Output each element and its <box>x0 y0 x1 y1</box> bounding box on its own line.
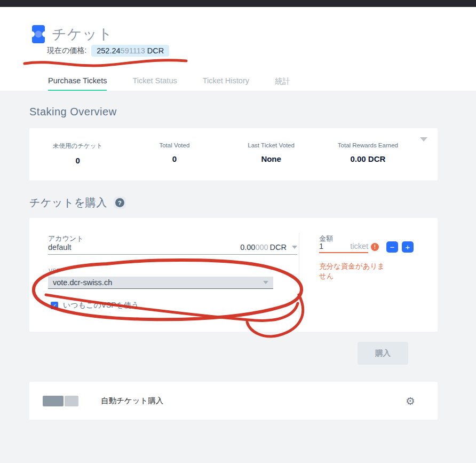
always-use-vsp-label: いつもこのVSPを使う <box>63 301 139 310</box>
stat-unspent-tickets: 未使用のチケット 0 <box>29 142 126 165</box>
gear-icon[interactable]: ⚙ <box>406 396 415 406</box>
stat-value: 0 <box>29 156 126 165</box>
page-header: チケット 現在の価格: 252.24591113DCR Purchase Tic… <box>0 7 476 91</box>
current-price-label: 現在の価格: <box>47 46 86 56</box>
always-use-vsp-checkbox[interactable]: ✓ <box>51 302 58 309</box>
price-value-main: 252.24 <box>97 46 120 55</box>
stat-label: 未使用のチケット <box>29 142 126 150</box>
warning-icon: ! <box>371 243 379 251</box>
autobuy-toggle[interactable] <box>43 396 78 406</box>
stat-label: Total Rewards Earned <box>320 142 416 148</box>
chevron-down-icon[interactable] <box>420 137 427 142</box>
insufficient-funds-error: 充分な資金がありません <box>319 262 386 281</box>
stat-total-rewards: Total Rewards Earned 0.00 DCR <box>320 142 416 165</box>
staking-overview-card: 未使用のチケット 0 Total Voted 0 Last Ticket Vot… <box>29 128 438 181</box>
form-divider <box>299 233 299 321</box>
ticket-amount-input[interactable]: 1 ticket <box>319 242 368 253</box>
balance-unit: DCR <box>270 243 287 252</box>
tab-statistics[interactable]: 統計 <box>275 76 290 91</box>
increment-button[interactable]: + <box>402 241 414 253</box>
page-content: Staking Overview 未使用のチケット 0 Total Voted … <box>0 91 476 463</box>
vsp-select[interactable]: vote.dcr-swiss.ch <box>48 277 273 289</box>
stat-label: Total Voted <box>126 142 223 148</box>
window-titlebar <box>0 0 476 7</box>
vsp-label: VSP <box>49 268 60 274</box>
tab-ticket-history[interactable]: Ticket History <box>203 76 249 91</box>
tab-ticket-status[interactable]: Ticket Status <box>132 76 177 91</box>
purchase-form-card: アカウント default 0.00000DCR VSP vote.dcr-sw… <box>29 218 438 332</box>
buy-button[interactable]: 購入 <box>358 342 408 365</box>
ticket-price-chip: 252.24591113DCR <box>91 45 169 57</box>
balance-muted: 000 <box>255 243 268 252</box>
stat-value: 0 <box>126 154 223 163</box>
stat-value: 0.00 DCR <box>320 154 416 163</box>
purchase-tickets-heading: チケットを購入 <box>29 195 107 210</box>
stat-last-ticket-voted: Last Ticket Voted None <box>223 142 320 165</box>
decrement-button[interactable]: − <box>386 241 398 253</box>
staking-overview-heading: Staking Overview <box>29 106 117 118</box>
chevron-down-icon <box>263 281 268 284</box>
stat-value: None <box>223 154 320 163</box>
vsp-value: vote.dcr-swiss.ch <box>53 278 112 287</box>
tab-bar: Purchase Tickets Ticket Status Ticket Hi… <box>48 76 290 91</box>
price-value-muted: 591113 <box>121 46 145 55</box>
amount-unit: ticket <box>350 242 368 250</box>
account-value: default <box>48 243 72 252</box>
account-label: アカウント <box>48 234 84 244</box>
chevron-down-icon <box>292 246 297 249</box>
autobuy-label: 自動チケット購入 <box>101 396 163 406</box>
page-title: チケット <box>52 25 113 44</box>
help-icon[interactable]: ? <box>114 197 126 209</box>
stat-label: Last Ticket Voted <box>223 142 320 148</box>
amount-value: 1 <box>319 242 323 250</box>
tab-purchase-tickets[interactable]: Purchase Tickets <box>48 76 107 91</box>
price-unit: DCR <box>147 46 164 55</box>
account-balance: 0.00000DCR <box>240 243 297 252</box>
account-select[interactable]: default 0.00000DCR <box>48 243 297 255</box>
stat-total-voted: Total Voted 0 <box>126 142 223 165</box>
ticket-icon <box>32 25 45 43</box>
balance-main: 0.00 <box>240 243 255 252</box>
autobuy-card: 自動チケット購入 ⚙ <box>29 382 438 420</box>
